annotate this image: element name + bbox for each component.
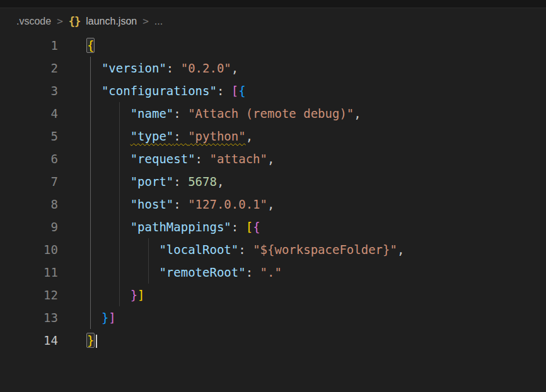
code-line[interactable]: 5 "type": "python", (0, 125, 546, 147)
token-pun: : (166, 61, 181, 75)
breadcrumb-file[interactable]: launch.json (86, 16, 137, 27)
token-key: "pathMappings" (131, 220, 231, 234)
code-lines: 1{2 "version": "0.2.0",3 "configurations… (0, 34, 546, 352)
token-key: "port" (131, 175, 174, 188)
token-str: "." (260, 265, 282, 279)
line-number[interactable]: 9 (0, 216, 58, 238)
token-b1: } (87, 333, 94, 347)
token-num: 5678 (188, 175, 217, 188)
token-ws (87, 152, 131, 166)
token-pun: : (231, 220, 246, 234)
code-line[interactable]: 6 "request": "attach", (0, 147, 546, 170)
token-pun: , (397, 243, 404, 257)
text-cursor (96, 335, 97, 348)
chevron-right-icon: > (142, 15, 149, 27)
code-line[interactable]: 11 "remoteRoot": "." (0, 261, 546, 284)
token-pun: , (267, 152, 274, 166)
breadcrumb: .vscode > {} launch.json > ... (0, 8, 546, 34)
token-ws (87, 84, 102, 98)
code-line[interactable]: 1{ (0, 34, 546, 57)
code-line[interactable]: 10 "localRoot": "${workspaceFolder}", (0, 238, 546, 261)
token-str: "${workspaceFolder}" (253, 243, 397, 257)
code-editor[interactable]: 1{2 "version": "0.2.0",3 "configurations… (0, 34, 546, 352)
token-b1: { (87, 38, 94, 52)
token-ws (87, 61, 102, 75)
code-line[interactable]: 13 }] (0, 306, 546, 329)
code-text: "type": "python", (58, 125, 253, 147)
token-pun: , (267, 197, 274, 211)
line-number[interactable]: 14 (0, 329, 58, 352)
token-str: "python" (188, 129, 246, 143)
line-number[interactable]: 13 (0, 306, 58, 329)
token-b2: } (131, 288, 137, 302)
token-pun: : (173, 175, 188, 188)
token-str: "127.0.0.1" (188, 197, 267, 211)
line-number[interactable]: 2 (0, 57, 58, 79)
token-pun: : (173, 107, 188, 120)
code-line[interactable]: 12 }] (0, 284, 546, 306)
code-text: "remoteRoot": "." (58, 261, 282, 284)
token-pun: : (173, 197, 188, 211)
code-line[interactable]: 2 "version": "0.2.0", (0, 57, 546, 79)
line-number[interactable]: 4 (0, 102, 58, 125)
line-number[interactable]: 6 (0, 147, 58, 170)
code-text: "localRoot": "${workspaceFolder}", (58, 238, 404, 261)
line-number[interactable]: 10 (0, 238, 58, 261)
token-pun: : (246, 265, 260, 279)
json-file-icon: {} (69, 15, 80, 28)
code-text: } (58, 329, 97, 352)
indent-guide (148, 238, 149, 284)
vscode-window: .vscode > {} launch.json > ... 1{2 "vers… (0, 0, 546, 392)
token-pun: , (217, 175, 224, 188)
code-text: { (58, 34, 94, 57)
line-number[interactable]: 12 (0, 284, 58, 306)
code-line[interactable]: 9 "pathMappings": [{ (0, 216, 546, 238)
indent-guide (119, 102, 120, 306)
token-key: "configurations" (102, 84, 217, 98)
line-number[interactable]: 8 (0, 193, 58, 216)
token-pun: : (238, 243, 253, 257)
code-text: "pathMappings": [{ (58, 216, 260, 238)
breadcrumb-folder[interactable]: .vscode (16, 16, 51, 27)
token-key: "request" (131, 152, 195, 166)
code-text: }] (58, 306, 116, 329)
token-b3: { (238, 84, 245, 98)
token-b2: ] (108, 311, 115, 325)
token-ws (87, 311, 102, 325)
code-line[interactable]: 3 "configurations": [{ (0, 79, 546, 102)
code-line[interactable]: 7 "port": 5678, (0, 170, 546, 193)
code-text: "name": "Attach (remote debug)", (58, 102, 361, 125)
line-number[interactable]: 5 (0, 125, 58, 147)
token-key: "type" (131, 129, 174, 143)
token-key: "host" (131, 197, 174, 211)
breadcrumb-more[interactable]: ... (154, 16, 163, 27)
indent-guide (90, 57, 91, 329)
token-ws (87, 197, 131, 211)
code-text: "configurations": [{ (58, 79, 246, 102)
token-b2: [ (231, 84, 238, 98)
code-line[interactable]: 14} (0, 329, 546, 352)
line-number[interactable]: 7 (0, 170, 58, 193)
token-key: "version" (102, 61, 166, 75)
token-b1: [ (246, 220, 253, 234)
token-pun: : (217, 84, 231, 98)
token-pun: : (195, 152, 210, 166)
token-ws (87, 175, 131, 188)
code-line[interactable]: 4 "name": "Attach (remote debug)", (0, 102, 546, 125)
token-ws (87, 220, 131, 234)
code-text: }] (58, 284, 145, 306)
token-key: "name" (131, 107, 174, 120)
code-line[interactable]: 8 "host": "127.0.0.1", (0, 193, 546, 216)
chevron-right-icon: > (57, 15, 63, 27)
warning-squiggle: "type": "python" (131, 129, 246, 143)
line-number[interactable]: 1 (0, 34, 58, 57)
token-ws (87, 107, 131, 120)
line-number[interactable]: 3 (0, 79, 58, 102)
token-pun: , (354, 107, 361, 120)
token-key: "remoteRoot" (159, 265, 245, 279)
token-ws (87, 288, 131, 302)
code-text: "version": "0.2.0", (58, 57, 238, 79)
window-top-bar (0, 0, 546, 8)
token-pun: , (246, 129, 253, 143)
line-number[interactable]: 11 (0, 261, 58, 284)
